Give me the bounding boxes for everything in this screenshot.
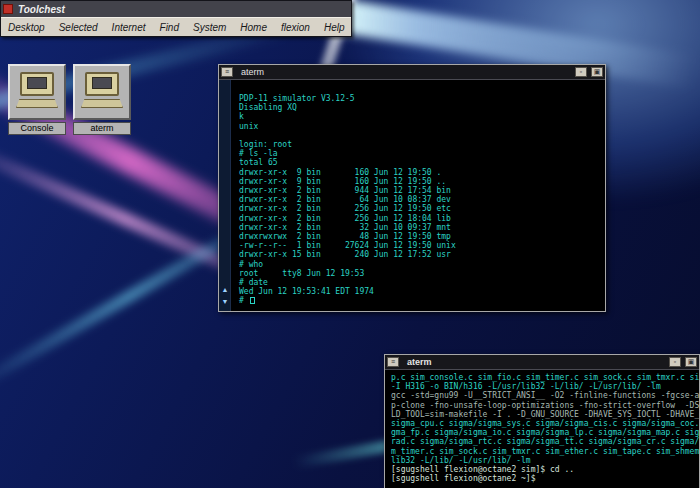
terminal-line: p-clone -fno-unsafe-loop-optimizations -…	[391, 401, 699, 410]
terminal-line: drwxr-xr-x 15 bin 240 Jun 12 17:52 usr	[239, 250, 605, 259]
toolchest-close-icon[interactable]	[3, 4, 13, 14]
menu-help[interactable]: Help	[317, 22, 352, 33]
terminal-line: m_timer.c sim_sock.c sim_tmxr.c sim_ethe…	[391, 447, 699, 456]
terminal-line: drwxr-xr-x 2 bin 32 Jun 10 09:37 mnt	[239, 223, 605, 232]
terminal-scrollbar[interactable]: ▲ ▼	[219, 80, 231, 311]
terminal-line: drwxrwxrwx 2 bin 48 Jun 12 19:50 tmp	[239, 232, 605, 241]
window-title: aterm	[241, 67, 264, 77]
terminal-line: p.c sim_console.c sim_fio.c sim_timer.c …	[391, 373, 699, 382]
window-titlebar[interactable]: ≡ aterm ▫ ▣	[385, 355, 699, 370]
toolchest-title: Toolchest	[18, 4, 65, 15]
desktop-icon-console[interactable]: Console	[8, 64, 66, 135]
terminal-output[interactable]: p.c sim_console.c sim_fio.c sim_timer.c …	[385, 370, 699, 488]
menu-flexion[interactable]: flexion	[274, 22, 317, 33]
terminal-line: root tty8 Jun 12 19:53	[239, 269, 605, 278]
terminal-line: login: root	[239, 140, 605, 149]
terminal-line: # date	[239, 278, 605, 287]
aterm-window-bottom[interactable]: ≡ aterm ▫ ▣ p.c sim_console.c sim_fio.c …	[384, 354, 700, 488]
window-body: p.c sim_console.c sim_fio.c sim_timer.c …	[385, 370, 699, 488]
terminal-line: [sgugshell flexion@octane2 sim]$ cd ..	[391, 465, 699, 474]
maximize-icon[interactable]: ▣	[591, 67, 603, 77]
terminal-cursor	[250, 297, 255, 304]
terminal-line: # who	[239, 260, 605, 269]
desktop-icons: Console aterm	[8, 64, 131, 135]
terminal-line: LD_TOOL=sim-makefile -I . -D_GNU_SOURCE …	[391, 410, 699, 419]
terminal-line: drwxr-xr-x 2 bin 256 Jun 12 19:50 etc	[239, 204, 605, 213]
terminal-line: -I H316 -o BIN/h316 -L/usr/lib32 -L/lib/…	[391, 382, 699, 391]
terminal-line: #	[239, 296, 605, 305]
window-body: ▲ ▼ PDP-11 simulator V3.12-5Disabling XQ…	[219, 80, 605, 311]
window-menu-icon[interactable]: ≡	[221, 67, 233, 77]
keyboard-icon	[81, 99, 123, 108]
terminal-line: Disabling XQ	[239, 103, 605, 112]
monitor-icon	[20, 72, 54, 96]
terminal-line: gcc -std=gnu99 -U__STRICT_ANSI__ -O2 -fi…	[391, 391, 699, 400]
computer-icon[interactable]	[73, 64, 131, 120]
iconify-icon[interactable]: ▫	[575, 67, 587, 77]
toolchest-titlebar[interactable]: Toolchest	[1, 1, 351, 17]
menu-home[interactable]: Home	[233, 22, 274, 33]
icon-label: aterm	[73, 122, 131, 135]
terminal-line: sigma_cpu.c sigma/sigma_sys.c sigma/sigm…	[391, 419, 699, 428]
terminal-line: Wed Jun 12 19:53:41 EDT 1974	[239, 287, 605, 296]
window-menu-icon[interactable]: ≡	[387, 357, 399, 367]
terminal-line: unix	[239, 122, 605, 131]
aterm-window-main[interactable]: ≡ aterm ▫ ▣ ▲ ▼ PDP-11 simulator V3.12-5…	[218, 64, 606, 312]
terminal-output[interactable]: PDP-11 simulator V3.12-5Disabling XQkuni…	[231, 80, 605, 311]
maximize-icon[interactable]: ▣	[685, 357, 697, 367]
window-titlebar[interactable]: ≡ aterm ▫ ▣	[219, 65, 605, 80]
terminal-line: -rw-r--r-- 1 bin 27624 Jun 12 19:50 unix	[239, 241, 605, 250]
window-title: aterm	[407, 357, 432, 367]
menu-selected[interactable]: Selected	[52, 22, 105, 33]
terminal-line: # ls -la	[239, 149, 605, 158]
terminal-line	[239, 131, 605, 140]
terminal-line: drwxr-xr-x 9 bin 160 Jun 12 19:50 ..	[239, 177, 605, 186]
menu-find[interactable]: Find	[153, 22, 186, 33]
toolchest-menubar: Desktop Selected Internet Find System Ho…	[1, 17, 351, 36]
terminal-line: drwxr-xr-x 2 bin 64 Jun 10 08:37 dev	[239, 195, 605, 204]
desktop-icon-aterm[interactable]: aterm	[73, 64, 131, 135]
terminal-line: rad.c sigma/sigma_rtc.c sigma/sigma_tt.c…	[391, 437, 699, 446]
scroll-down-icon[interactable]: ▼	[220, 297, 230, 307]
terminal-line: [sgugshell flexion@octane2 ~]$	[391, 474, 699, 483]
monitor-icon	[85, 72, 119, 96]
menu-desktop[interactable]: Desktop	[1, 22, 52, 33]
terminal-line: total 65	[239, 158, 605, 167]
scroll-up-icon[interactable]: ▲	[220, 285, 230, 295]
menu-system[interactable]: System	[186, 22, 233, 33]
computer-icon[interactable]	[8, 64, 66, 120]
toolchest-window[interactable]: Toolchest Desktop Selected Internet Find…	[0, 0, 352, 37]
terminal-line: k	[239, 112, 605, 121]
terminal-line: drwxr-xr-x 2 bin 944 Jun 12 17:54 bin	[239, 186, 605, 195]
terminal-line: drwxr-xr-x 9 bin 160 Jun 12 19:50 .	[239, 168, 605, 177]
terminal-line: gma_fp.c sigma/sigma_io.c sigma/sigma_lp…	[391, 428, 699, 437]
menu-internet[interactable]: Internet	[105, 22, 153, 33]
iconify-icon[interactable]: ▫	[669, 357, 681, 367]
icon-label: Console	[8, 122, 66, 135]
terminal-line: drwxr-xr-x 2 bin 256 Jun 12 18:04 lib	[239, 214, 605, 223]
keyboard-icon	[16, 99, 58, 108]
terminal-line: PDP-11 simulator V3.12-5	[239, 94, 605, 103]
terminal-line: lib32 -L/lib/ -L/usr/lib/ -lm	[391, 456, 699, 465]
